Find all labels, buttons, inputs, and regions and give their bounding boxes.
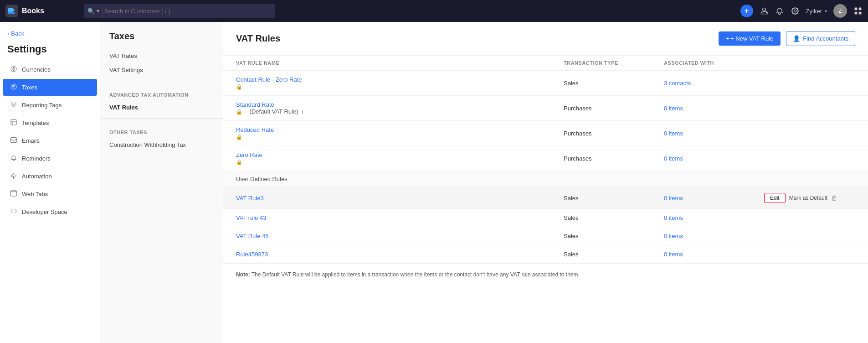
- apps-icon[interactable]: [853, 6, 863, 16]
- topnav-right: + Zylker ▾ Z: [740, 4, 863, 18]
- rule-name-link[interactable]: VAT Rule 45: [236, 233, 564, 239]
- sidebar-title: Settings: [0, 42, 100, 61]
- transaction-type-cell: Purchases: [564, 130, 664, 137]
- sidebar-item-label: Automation: [22, 173, 52, 180]
- associated-with-cell: 0 items: [664, 214, 764, 221]
- associated-link[interactable]: 0 items: [664, 233, 683, 239]
- associated-link[interactable]: 0 items: [664, 105, 683, 112]
- mid-item-construction-tax[interactable]: Construction Withholding Tax: [100, 138, 223, 152]
- rule-name-cell: VAT Rule3: [236, 195, 564, 202]
- rule-name-link[interactable]: Contact Rule - Zero Rate: [236, 76, 564, 83]
- app-name: Books: [22, 7, 44, 15]
- sidebar-item-currencies[interactable]: Currencies: [3, 61, 97, 78]
- back-button[interactable]: ‹ Back: [0, 27, 100, 40]
- section-label-other: OTHER TAXES: [100, 122, 223, 138]
- svg-point-1: [794, 10, 796, 12]
- lock-icon: 🔒: [236, 134, 242, 140]
- section-label-advanced: ADVANCED TAX AUTOMATION: [100, 85, 223, 100]
- rule-name-link[interactable]: VAT Rule3: [236, 195, 564, 202]
- back-icon: ‹: [7, 30, 9, 37]
- sidebar-item-taxes[interactable]: Taxes: [3, 79, 97, 96]
- note-label: Note:: [236, 271, 250, 278]
- mark-default-button[interactable]: Mark as Default: [789, 195, 827, 201]
- sidebar-item-reporting-tags[interactable]: Reporting Tags: [3, 97, 97, 114]
- svg-rect-2: [855, 8, 858, 10]
- top-navigation: Books 🔍 ▾ + Zylker ▾ Z: [0, 0, 868, 22]
- rule-name-cell: Standard Rate 🔒 - (Default VAT Rule) ℹ: [236, 101, 564, 115]
- associated-with-cell: 3 contacts: [664, 80, 764, 87]
- table-row: Reduced Rate 🔒 Purchases 0 items: [223, 121, 868, 146]
- search-bar[interactable]: 🔍 ▾: [84, 4, 275, 18]
- associated-link[interactable]: 0 items: [664, 214, 683, 221]
- rule-name-link[interactable]: Standard Rate: [236, 101, 564, 108]
- info-icon[interactable]: ℹ: [302, 109, 303, 114]
- search-icon: 🔍: [87, 8, 95, 15]
- svg-rect-4: [855, 12, 858, 15]
- lock-icon: 🔒: [236, 84, 242, 89]
- rule-name-cell: VAT rule 43: [236, 214, 564, 221]
- rule-name-link[interactable]: Reduced Rate: [236, 126, 564, 133]
- template-icon: [10, 119, 17, 127]
- lock-icon: 🔒: [236, 109, 242, 114]
- user-name: Zylker: [806, 8, 822, 15]
- sidebar-item-label: Web Tabs: [22, 191, 48, 197]
- svg-rect-9: [10, 138, 16, 143]
- lock-icon: 🔒: [236, 159, 242, 165]
- table-row: VAT Rule3 Sales 0 items Edit Mark as Def…: [223, 187, 868, 209]
- new-button[interactable]: +: [740, 5, 753, 17]
- plus-icon: +: [726, 35, 729, 42]
- contacts-icon[interactable]: [760, 6, 769, 16]
- rule-name-link[interactable]: VAT rule 43: [236, 214, 564, 221]
- tag-icon: [10, 101, 17, 109]
- associated-link[interactable]: 0 items: [664, 130, 683, 137]
- col-transaction-type: TRANSACTION TYPE: [564, 60, 664, 66]
- mid-panel-title: Taxes: [100, 31, 223, 49]
- find-accountants-button[interactable]: 👤 Find Accountants: [786, 31, 855, 46]
- tax-icon: [10, 83, 17, 92]
- sidebar-item-label: Taxes: [22, 84, 37, 91]
- rule-name-link[interactable]: Rule459873: [236, 251, 564, 258]
- col-associated-with: ASSOCIATED WITH: [664, 60, 764, 66]
- associated-with-cell: 0 items: [664, 251, 764, 258]
- table-row: Contact Rule - Zero Rate 🔒 Sales 3 conta…: [223, 71, 868, 96]
- col-actions: [764, 60, 855, 66]
- sidebar-item-web-tabs[interactable]: Web Tabs: [3, 186, 97, 203]
- avatar[interactable]: Z: [833, 4, 847, 18]
- new-vat-rule-button[interactable]: + + New VAT Rule: [719, 31, 781, 46]
- sidebar-item-reminders[interactable]: Reminders: [3, 150, 97, 167]
- sidebar-item-emails[interactable]: Emails: [3, 132, 97, 149]
- col-rule-name: VAT RULE NAME: [236, 60, 564, 66]
- sidebar-item-automation[interactable]: Automation: [3, 168, 97, 185]
- associated-link[interactable]: 0 items: [664, 155, 683, 162]
- rule-name-cell: Contact Rule - Zero Rate 🔒: [236, 76, 564, 90]
- associated-with-cell: 0 items: [664, 195, 764, 202]
- transaction-type-cell: Sales: [564, 233, 664, 239]
- associated-link[interactable]: 0 items: [664, 195, 683, 202]
- search-input[interactable]: [104, 8, 272, 15]
- delete-icon[interactable]: 🗑: [831, 194, 837, 202]
- associated-link[interactable]: 0 items: [664, 251, 683, 258]
- sidebar-item-developer-space[interactable]: Developer Space: [3, 203, 97, 220]
- associated-with-cell: 0 items: [664, 233, 764, 239]
- rule-name-cell: VAT Rule 45: [236, 233, 564, 239]
- mid-item-vat-rules[interactable]: VAT Rules: [100, 100, 223, 114]
- settings-icon[interactable]: [791, 6, 800, 16]
- edit-button[interactable]: Edit: [764, 193, 786, 203]
- table-row: VAT rule 43 Sales 0 items: [223, 209, 868, 227]
- rule-name-link[interactable]: Zero Rate: [236, 151, 564, 158]
- associated-link[interactable]: 3 contacts: [664, 80, 691, 87]
- app-logo[interactable]: Books: [5, 5, 78, 17]
- transaction-type-cell: Purchases: [564, 155, 664, 162]
- sidebar-item-templates[interactable]: Templates: [3, 114, 97, 131]
- mid-item-vat-settings[interactable]: VAT Settings: [100, 63, 223, 77]
- sidebar: ‹ Back Settings Currencies Taxes Reporti…: [0, 22, 100, 343]
- email-icon: [10, 136, 17, 145]
- transaction-type-cell: Purchases: [564, 105, 664, 112]
- mid-item-vat-rates[interactable]: VAT Rates: [100, 49, 223, 63]
- user-menu[interactable]: Zylker ▾: [806, 8, 827, 15]
- search-dropdown[interactable]: ▾: [97, 8, 103, 14]
- transaction-type-cell: Sales: [564, 251, 664, 258]
- new-vat-rule-label: + New VAT Rule: [730, 35, 773, 42]
- coin-icon: [10, 65, 17, 74]
- notifications-icon[interactable]: [775, 6, 784, 16]
